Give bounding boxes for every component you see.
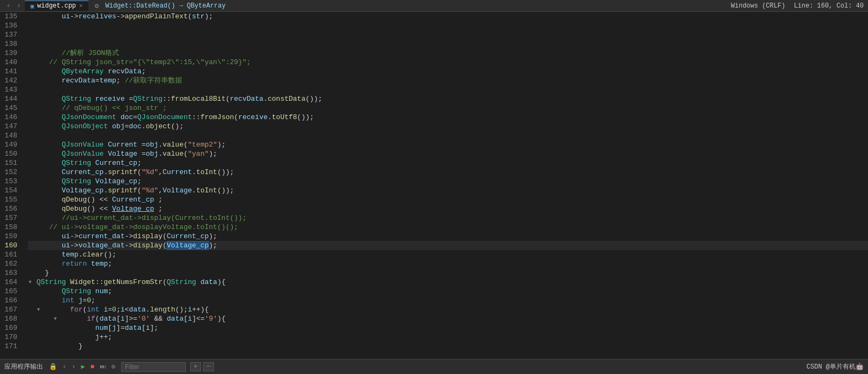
tab-filename: widget.cpp — [37, 2, 76, 10]
ln-139: 139 — [4, 49, 17, 58]
settings-icon[interactable]: ⚙ — [110, 363, 117, 371]
ln-160: 160 — [4, 241, 17, 250]
breadcrumb-separator: ⚙ — [91, 2, 103, 10]
code-line-145: // qDebug() << json_str ; — [28, 103, 868, 113]
ln-164: 164 — [4, 278, 17, 287]
top-bar-left: ‹ › ▣ widget.cpp × ⚙ Widget::DateRead() … — [4, 1, 226, 11]
nav-back-btn[interactable]: ‹ — [4, 2, 12, 10]
code-line-160: ui->voltage_dat->display(Voltage_cp); — [28, 241, 868, 250]
ln-165: 165 — [4, 287, 17, 296]
ln-141: 141 — [4, 67, 17, 76]
code-line-141: QByteArray recvData; — [28, 67, 868, 76]
code-line-154: Voltage_cp.sprintf("%d",Voltage.toInt())… — [28, 186, 868, 195]
top-bar: ‹ › ▣ widget.cpp × ⚙ Widget::DateRead() … — [0, 0, 868, 12]
skip-btn[interactable]: ⏭ — [98, 363, 108, 371]
lock-icon[interactable]: 🔒 — [47, 363, 59, 371]
tab-area: ▣ widget.cpp × — [25, 1, 88, 11]
line-numbers: 135 136 137 138 139 140 141 142 143 144 … — [0, 12, 24, 359]
code-line-152: Current_cp.sprintf("%d",Current.toInt())… — [28, 168, 868, 177]
code-line-158: // ui->voltage_dat->dosplayVoltage.toInt… — [28, 223, 868, 232]
line-ending-status: Windows (CRLF) — [731, 2, 786, 10]
ln-154: 154 — [4, 186, 17, 195]
code-line-168: ▾ if(data[i]>='0' && data[i]<='9'){ — [28, 314, 868, 323]
code-line-162: return temp; — [28, 259, 868, 268]
code-line-147: QJsonObject obj=doc.object(); — [28, 122, 868, 131]
code-line-143 — [28, 85, 868, 94]
code-line-140: // QString json_str="{\"temp2\":15,\"yan… — [28, 58, 868, 67]
ln-136: 136 — [4, 21, 17, 30]
ln-171: 171 — [4, 342, 17, 351]
code-line-171: } — [28, 342, 868, 351]
code-area[interactable]: ui->recelives->appendPlainText(str); //解… — [24, 12, 868, 359]
filter-input[interactable] — [121, 362, 186, 372]
filter-add-btn[interactable]: + — [190, 362, 201, 371]
code-line-164: ▾ QString Widget::getNumsFromStr(QString… — [28, 278, 868, 287]
code-line-142: recvData=temp; //获取字符串数据 — [28, 76, 868, 85]
code-line-136 — [28, 21, 868, 30]
code-line-137 — [28, 30, 868, 39]
code-line-135: ui->recelives->appendPlainText(str); — [28, 12, 868, 21]
filter-remove-btn[interactable]: − — [203, 362, 214, 371]
cursor-position-status: Line: 160, Col: 40 — [794, 2, 864, 10]
top-bar-right: Windows (CRLF) Line: 160, Col: 40 — [731, 2, 864, 10]
code-line-150: QJsonValue Voltage =obj.value("yan"); — [28, 149, 868, 158]
tab-close-btn[interactable]: × — [79, 3, 83, 9]
ln-135: 135 — [4, 12, 17, 21]
nav-forward-btn[interactable]: › — [15, 2, 23, 10]
ln-156: 156 — [4, 204, 17, 213]
ln-152: 152 — [4, 168, 17, 177]
code-line-144: QString receive =QString::fromLocal8Bit(… — [28, 94, 868, 103]
ln-137: 137 — [4, 30, 17, 39]
code-line-146: QJsonDocument doc=QJsonDocument::fromJso… — [28, 113, 868, 122]
code-line-169: num[j]=data[i]; — [28, 323, 868, 333]
code-line-153: QString Voltage_cp; — [28, 177, 868, 186]
ln-158: 158 — [4, 223, 17, 232]
ln-170: 170 — [4, 333, 17, 342]
code-line-138 — [28, 39, 868, 49]
code-line-163: } — [28, 268, 868, 278]
ln-153: 153 — [4, 177, 17, 186]
ln-140: 140 — [4, 58, 17, 67]
ln-145: 145 — [4, 103, 17, 113]
editor-container: 135 136 137 138 139 140 141 142 143 144 … — [0, 12, 868, 359]
code-line-161: temp.clear(); — [28, 250, 868, 259]
ln-144: 144 — [4, 94, 17, 103]
ln-159: 159 — [4, 232, 17, 241]
ln-167: 167 — [4, 305, 17, 314]
code-line-149: QJsonValue Current =obj.value("temp2"); — [28, 140, 868, 149]
bottom-bar: 应用程序输出 🔒 ‹ › ▶ ■ ⏭ ⚙ + − CSDN @单片有机🤖 — [0, 359, 868, 374]
code-line-170: j++; — [28, 333, 868, 342]
active-tab[interactable]: ▣ widget.cpp × — [25, 1, 88, 11]
code-line-165: QString num; — [28, 287, 868, 296]
breadcrumb: Widget::DateRead() → QByteArray — [105, 2, 225, 10]
code-line-157: //ui->current_dat->display(Current.toInt… — [28, 213, 868, 223]
ln-169: 169 — [4, 323, 17, 333]
code-line-139: //解析 JSON格式 — [28, 49, 868, 58]
stop-btn[interactable]: ■ — [89, 363, 96, 371]
ln-146: 146 — [4, 113, 17, 122]
ln-143: 143 — [4, 85, 17, 94]
prev-btn[interactable]: ‹ — [61, 363, 68, 371]
ln-168: 168 — [4, 314, 17, 323]
code-line-155: qDebug() << Current_cp ; — [28, 195, 868, 204]
play-btn[interactable]: ▶ — [79, 363, 86, 371]
ln-155: 155 — [4, 195, 17, 204]
bottom-icons: 🔒 ‹ › ▶ ■ ⏭ ⚙ — [47, 363, 117, 371]
ln-138: 138 — [4, 39, 17, 49]
code-line-167: ▾ for(int i=0;i<data.length();i++){ — [28, 305, 868, 314]
tab-icon: ▣ — [30, 3, 34, 10]
ln-157: 157 — [4, 213, 17, 223]
ln-142: 142 — [4, 76, 17, 85]
code-line-166: int j=0; — [28, 296, 868, 305]
next-btn[interactable]: › — [70, 363, 77, 371]
app-output-label: 应用程序输出 — [4, 362, 43, 371]
code-line-151: QString Current_cp; — [28, 158, 868, 168]
code-line-148 — [28, 131, 868, 140]
ln-166: 166 — [4, 296, 17, 305]
code-line-156: qDebug() << Voltage_cp ; — [28, 204, 868, 213]
ln-163: 163 — [4, 268, 17, 278]
ln-162: 162 — [4, 259, 17, 268]
branding: CSDN @单片有机🤖 — [807, 362, 864, 371]
filter-buttons: + − — [190, 362, 214, 371]
ln-147: 147 — [4, 122, 17, 131]
